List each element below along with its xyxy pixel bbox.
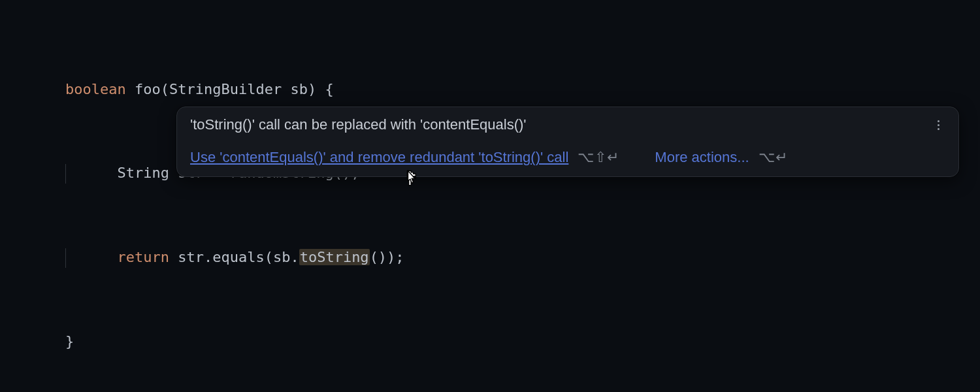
primary-shortcut: ⌥⇧↵: [578, 149, 619, 166]
code-editor[interactable]: boolean foo(StringBuilder sb) { String s…: [65, 20, 404, 384]
more-actions-link[interactable]: More actions...: [655, 149, 749, 166]
method-name: foo: [135, 81, 161, 97]
more-actions-shortcut: ⌥↵: [759, 149, 788, 166]
inspection-tooltip: 'toString()' call can be replaced with '…: [176, 106, 959, 177]
param-sb: sb: [290, 81, 308, 97]
tooltip-title: 'toString()' call can be replaced with '…: [190, 116, 527, 133]
code-line-4[interactable]: }: [65, 328, 404, 356]
expr-part1: str.equals(sb.: [169, 249, 299, 265]
keyword-boolean: boolean: [65, 81, 126, 97]
code-line-1[interactable]: boolean foo(StringBuilder sb) {: [65, 76, 404, 104]
closing-brace: }: [65, 333, 74, 350]
keyword-return: return: [117, 249, 169, 265]
paren-close-brace: ) {: [308, 81, 334, 97]
highlighted-tostring[interactable]: toString: [299, 249, 370, 265]
indent-guide: [65, 164, 66, 184]
paren-open: (: [161, 81, 169, 97]
more-options-icon[interactable]: [931, 118, 945, 132]
tooltip-header: 'toString()' call can be replaced with '…: [190, 116, 945, 133]
tooltip-actions: Use 'contentEquals()' and remove redunda…: [190, 149, 945, 166]
indent-guide: [65, 248, 66, 268]
type-string: String: [117, 165, 169, 181]
expr-part2: ());: [370, 249, 404, 265]
type-stringbuilder: StringBuilder: [169, 81, 282, 97]
primary-fix-link[interactable]: Use 'contentEquals()' and remove redunda…: [190, 149, 568, 166]
code-line-3[interactable]: return str.equals(sb.toString());: [65, 244, 404, 272]
